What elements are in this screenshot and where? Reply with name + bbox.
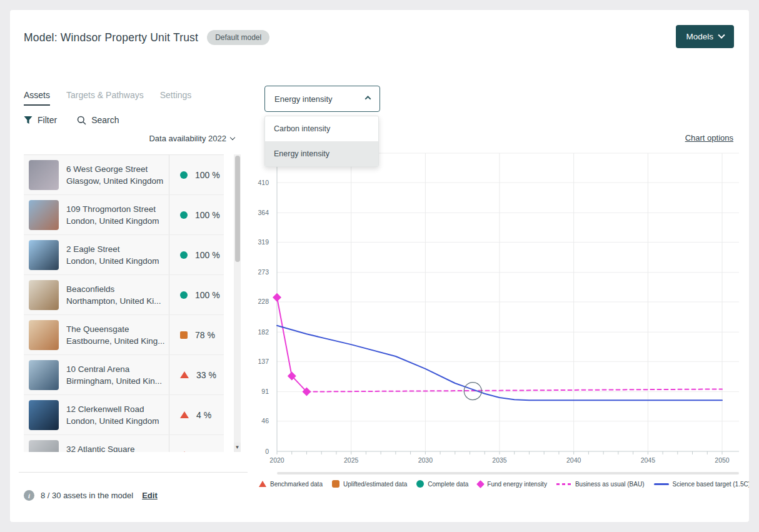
complete-data-icon <box>180 251 188 259</box>
legend-label: Business as usual (BAU) <box>575 481 645 488</box>
filter-button[interactable]: Filter <box>24 115 57 125</box>
asset-meta: 32 Atlantic SquareGlasgow, United Kingd.… <box>66 443 169 453</box>
legend-label: Benchmarked data <box>270 481 323 488</box>
x-axis-label: 2030 <box>418 456 433 464</box>
tab-settings[interactable]: Settings <box>160 90 192 106</box>
asset-location: Northampton, United Ki... <box>66 295 169 307</box>
asset-thumbnail <box>29 440 59 453</box>
search-label: Search <box>91 115 119 125</box>
availability-cell: 100 % <box>169 290 220 300</box>
asset-name: Beaconfields <box>66 283 169 295</box>
asset-row[interactable]: 6 West George StreetGlasgow, United King… <box>24 155 224 195</box>
data-availability-label: Data availability 2022 <box>149 134 226 143</box>
asset-row[interactable]: 10 Central ArenaBirmingham, United Kin..… <box>24 355 224 395</box>
benchmarked-data-icon <box>180 411 189 418</box>
list-scrollbar[interactable]: ▼ <box>234 154 241 452</box>
search-icon <box>77 116 86 125</box>
asset-thumbnail <box>29 320 59 350</box>
y-axis-label: 410 <box>258 179 269 186</box>
asset-thumbnail <box>29 280 59 310</box>
filter-label: Filter <box>38 115 57 125</box>
availability-value: 0 % <box>196 450 211 453</box>
models-button[interactable]: Models <box>676 25 734 48</box>
asset-row[interactable]: 32 Atlantic SquareGlasgow, United Kingd.… <box>24 435 224 452</box>
info-icon: i <box>24 490 34 501</box>
metric-option-carbon-intensity[interactable]: Carbon intensity <box>265 116 378 141</box>
metric-select-value: Energy intensity <box>274 94 333 104</box>
availability-value: 78 % <box>195 330 215 340</box>
asset-row[interactable]: 12 Clerkenwell RoadLondon, United Kingdo… <box>24 395 224 435</box>
diamond-marker <box>273 293 281 302</box>
legend-label: Complete data <box>428 481 468 488</box>
x-axis-label: 2045 <box>641 456 656 464</box>
chart-legend: Benchmarked dataUplifted/estimated dataC… <box>259 480 749 488</box>
y-axis-label: 182 <box>258 328 269 336</box>
assets-panel: Assets Targets & Pathways Settings Filte… <box>24 90 244 106</box>
legend-item: Science based target (1.5C) <box>654 481 749 488</box>
asset-row[interactable]: 2 Eagle StreetLondon, United Kingdom100 … <box>24 235 224 275</box>
chevron-up-icon <box>365 96 371 102</box>
legend-item: Business as usual (BAU) <box>556 481 645 488</box>
y-axis-label: 228 <box>258 298 269 305</box>
legend-item: Benchmarked data <box>259 481 323 488</box>
search-button[interactable]: Search <box>77 115 119 125</box>
asset-thumbnail <box>29 360 59 390</box>
availability-value: 33 % <box>196 370 216 380</box>
availability-cell: 100 % <box>169 250 220 260</box>
asset-location: Birmingham, United Kin... <box>66 375 169 387</box>
asset-name: The Queensgate <box>66 323 169 335</box>
complete-data-icon <box>180 211 188 219</box>
asset-meta: 10 Central ArenaBirmingham, United Kin..… <box>66 363 169 387</box>
asset-meta: 12 Clerkenwell RoadLondon, United Kingdo… <box>66 403 169 427</box>
y-axis-label: 319 <box>258 238 269 246</box>
y-axis-label: 364 <box>258 209 269 216</box>
metric-option-energy-intensity[interactable]: Energy intensity <box>265 141 378 166</box>
assets-count-summary: 8 / 30 assets in the model <box>41 491 133 500</box>
asset-row[interactable]: 109 Throgmorton StreetLondon, United Kin… <box>24 195 224 235</box>
asset-meta: BeaconfieldsNorthampton, United Ki... <box>66 283 169 307</box>
x-axis-label: 2035 <box>492 456 507 464</box>
asset-meta: 2 Eagle StreetLondon, United Kingdom <box>66 243 169 267</box>
asset-location: London, United Kingdom <box>66 215 169 227</box>
legend-dash-icon <box>556 483 571 485</box>
chevron-down-icon <box>230 135 235 140</box>
legend-label: Fund energy intensity <box>487 481 547 488</box>
asset-name: 2 Eagle Street <box>66 243 169 255</box>
availability-value: 100 % <box>195 250 220 260</box>
tab-bar: Assets Targets & Pathways Settings <box>24 90 244 106</box>
legend-line-icon <box>654 483 669 485</box>
availability-cell: 33 % <box>169 370 216 380</box>
asset-thumbnail <box>29 160 59 190</box>
scrollbar-down-button[interactable]: ▼ <box>234 443 241 452</box>
asset-meta: 109 Throgmorton StreetLondon, United Kin… <box>66 203 169 227</box>
tab-assets[interactable]: Assets <box>24 90 50 106</box>
availability-cell: 78 % <box>169 330 215 340</box>
asset-location: Eastbourne, United King... <box>66 335 169 347</box>
y-axis-label: 46 <box>261 417 269 424</box>
chart-options-link[interactable]: Chart options <box>685 133 733 143</box>
availability-value: 100 % <box>195 290 220 300</box>
filter-icon <box>24 116 33 124</box>
legend-item: Complete data <box>416 480 468 488</box>
tab-targets-pathways[interactable]: Targets & Pathways <box>66 90 144 106</box>
legend-triangle-icon <box>259 481 266 487</box>
benchmarked-data-icon <box>180 371 189 378</box>
asset-list: 6 West George StreetGlasgow, United King… <box>24 154 224 452</box>
asset-name: 12 Clerkenwell Road <box>66 403 169 415</box>
uplifted-data-icon <box>180 331 188 339</box>
y-axis-label: 137 <box>258 358 269 365</box>
edit-assets-link[interactable]: Edit <box>142 491 158 500</box>
chart-scrollbar <box>277 472 739 474</box>
x-axis-label: 2025 <box>344 456 359 464</box>
metric-select[interactable]: Energy intensity <box>264 86 380 112</box>
chart-svg: 0469113718222827331936441020202025203020… <box>255 150 739 475</box>
models-button-label: Models <box>686 32 713 41</box>
asset-meta: The QueensgateEastbourne, United King... <box>66 323 169 347</box>
asset-row[interactable]: BeaconfieldsNorthampton, United Ki...100… <box>24 275 224 315</box>
asset-row[interactable]: The QueensgateEastbourne, United King...… <box>24 315 224 355</box>
chevron-down-icon <box>718 31 725 38</box>
asset-location: Glasgow, United Kingdom <box>66 175 169 187</box>
header: Model: Windsor Property Unit Trust Defau… <box>24 30 269 45</box>
data-availability-dropdown[interactable]: Data availability 2022 <box>149 134 234 143</box>
scrollbar-thumb[interactable] <box>235 156 240 262</box>
